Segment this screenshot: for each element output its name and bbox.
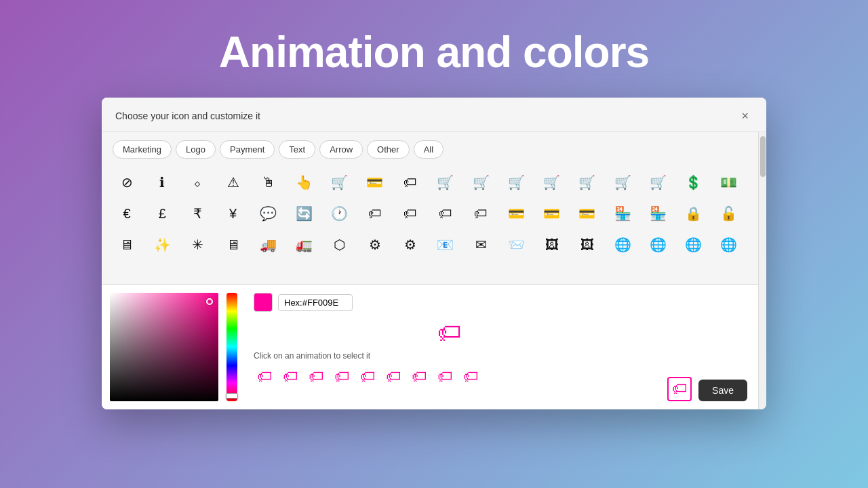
color-picker-area bbox=[102, 285, 243, 409]
close-button[interactable]: × bbox=[737, 108, 753, 123]
save-button[interactable]: Save bbox=[698, 380, 747, 401]
icon-cell[interactable]: ⚙ bbox=[396, 230, 425, 259]
icon-cell[interactable]: 💳 bbox=[361, 168, 389, 197]
icon-cell[interactable]: 🖼 bbox=[538, 230, 566, 259]
tab-payment[interactable]: Payment bbox=[220, 140, 275, 159]
icon-cell[interactable]: 🔄 bbox=[290, 199, 318, 228]
anim-icon-9[interactable]: 🏷 bbox=[460, 366, 481, 388]
anim-icon-1[interactable]: 🏷 bbox=[254, 366, 275, 388]
click-hint: Click on an animation to select it bbox=[254, 351, 646, 361]
icon-cell[interactable]: 🏷 bbox=[396, 199, 425, 228]
icon-cell[interactable]: ⚙ bbox=[361, 230, 389, 259]
icon-cell[interactable]: € bbox=[113, 199, 141, 228]
hex-input[interactable] bbox=[278, 294, 353, 311]
icon-cell[interactable]: 🌐 bbox=[644, 230, 672, 259]
icon-cell[interactable]: 💳 bbox=[573, 199, 601, 228]
color-canvas-selector bbox=[206, 298, 213, 305]
icon-cell[interactable]: 🔓 bbox=[715, 199, 743, 228]
icon-cell[interactable]: 🚚 bbox=[254, 230, 283, 259]
icon-cell[interactable]: 💬 bbox=[254, 199, 283, 228]
icon-cell[interactable]: 🏪 bbox=[608, 199, 637, 228]
modal-left: Marketing Logo Payment Text Arrow Other … bbox=[102, 132, 758, 409]
icon-cell[interactable]: ¥ bbox=[219, 199, 248, 228]
tabs-section: Marketing Logo Payment Text Arrow Other … bbox=[102, 132, 758, 164]
icon-cell[interactable]: 🔒 bbox=[679, 199, 708, 228]
icon-cell[interactable]: 📨 bbox=[502, 230, 530, 259]
tab-logo[interactable]: Logo bbox=[176, 140, 216, 159]
icon-cell[interactable]: 💳 bbox=[502, 199, 530, 228]
icon-cell[interactable]: 🛒 bbox=[608, 168, 637, 197]
icon-cell[interactable]: 🌐 bbox=[679, 230, 708, 259]
bottom-panel: 🏷 Click on an animation to select it 🏷 🏷… bbox=[102, 284, 758, 409]
icon-cell[interactable]: 🖥 bbox=[113, 230, 141, 259]
icon-cell[interactable]: 📧 bbox=[431, 230, 460, 259]
modal-scrollbar-thumb bbox=[760, 136, 766, 177]
icons-scroll-area[interactable]: ⊘ ℹ ⬦ ⚠ 🖱 👆 🛒 💳 🏷 🛒 🛒 🛒 🛒 🛒 bbox=[102, 164, 758, 284]
hex-row bbox=[254, 293, 646, 312]
icon-cell[interactable]: 🏪 bbox=[644, 199, 672, 228]
tab-marketing[interactable]: Marketing bbox=[113, 140, 172, 159]
anim-icon-4[interactable]: 🏷 bbox=[331, 366, 353, 388]
icon-cell[interactable]: 🏷 bbox=[467, 199, 495, 228]
tab-text[interactable]: Text bbox=[279, 140, 315, 159]
icon-cell[interactable]: 🛒 bbox=[325, 168, 353, 197]
modal-scrollbar[interactable] bbox=[758, 132, 766, 409]
modal-overlay: Choose your icon and customize it × Mark… bbox=[102, 98, 766, 409]
icon-cell[interactable]: ✳ bbox=[183, 230, 212, 259]
selected-anim-icon[interactable]: 🏷 bbox=[667, 377, 692, 401]
anim-icon-3[interactable]: 🏷 bbox=[305, 366, 327, 388]
icon-cell[interactable]: 🖥 bbox=[219, 230, 248, 259]
icon-cell[interactable]: 🛒 bbox=[502, 168, 530, 197]
tab-all[interactable]: All bbox=[414, 140, 443, 159]
animation-grid: 🏷 🏷 🏷 🏷 🏷 🏷 🏷 🏷 🏷 bbox=[254, 366, 646, 388]
icon-cell[interactable]: 🕐 bbox=[325, 199, 353, 228]
preview-icon-large: 🏷 bbox=[254, 319, 646, 347]
hue-slider[interactable] bbox=[226, 293, 237, 401]
tab-arrow[interactable]: Arrow bbox=[319, 140, 363, 159]
bottom-right-actions: 🏷 Save bbox=[656, 285, 758, 409]
icon-cell[interactable]: 🏷 bbox=[361, 199, 389, 228]
icon-cell[interactable]: 👆 bbox=[290, 168, 318, 197]
modal-body: Marketing Logo Payment Text Arrow Other … bbox=[102, 132, 766, 409]
anim-icon-5[interactable]: 🏷 bbox=[357, 366, 378, 388]
icon-cell[interactable]: £ bbox=[148, 199, 176, 228]
icon-cell[interactable]: ⬦ bbox=[183, 168, 212, 197]
hue-slider-thumb bbox=[226, 393, 238, 399]
icon-cell[interactable]: 🖱 bbox=[254, 168, 283, 197]
icon-cell[interactable]: 💵 bbox=[715, 168, 743, 197]
icon-cell[interactable]: 🛒 bbox=[467, 168, 495, 197]
icon-cell[interactable]: 💲 bbox=[679, 168, 708, 197]
icon-cell[interactable]: ⊘ bbox=[113, 168, 141, 197]
icon-cell[interactable]: ✉ bbox=[467, 230, 495, 259]
icon-cell[interactable]: 🛒 bbox=[431, 168, 460, 197]
icon-cell[interactable]: 🏷 bbox=[431, 199, 460, 228]
icons-grid: ⊘ ℹ ⬦ ⚠ 🖱 👆 🛒 💳 🏷 🛒 🛒 🛒 🛒 🛒 bbox=[113, 168, 747, 259]
modal: Choose your icon and customize it × Mark… bbox=[102, 98, 766, 409]
icon-cell[interactable]: ⚠ bbox=[219, 168, 248, 197]
icon-cell[interactable]: 🛒 bbox=[644, 168, 672, 197]
color-canvas[interactable] bbox=[110, 293, 218, 401]
modal-title: Choose your icon and customize it bbox=[115, 110, 260, 121]
icon-cell[interactable]: 🚛 bbox=[290, 230, 318, 259]
icon-cell[interactable]: ₹ bbox=[183, 199, 212, 228]
color-slider-container bbox=[226, 293, 237, 401]
icon-cell[interactable]: 🌐 bbox=[715, 230, 743, 259]
icon-cell[interactable]: 🌐 bbox=[608, 230, 637, 259]
animation-area: 🏷 Click on an animation to select it 🏷 🏷… bbox=[243, 285, 656, 409]
anim-icon-2[interactable]: 🏷 bbox=[279, 366, 301, 388]
icon-cell[interactable]: 🛒 bbox=[573, 168, 601, 197]
icon-cell[interactable]: 💳 bbox=[538, 199, 566, 228]
icon-cell[interactable]: ✨ bbox=[148, 230, 176, 259]
icon-cell[interactable]: 🖼 bbox=[573, 230, 601, 259]
icon-cell[interactable]: ⬡ bbox=[325, 230, 353, 259]
icon-cell[interactable]: ℹ bbox=[148, 168, 176, 197]
icon-cell[interactable]: 🛒 bbox=[538, 168, 566, 197]
anim-icon-7[interactable]: 🏷 bbox=[408, 366, 430, 388]
modal-header: Choose your icon and customize it × bbox=[102, 98, 766, 132]
color-swatch[interactable] bbox=[254, 293, 273, 312]
anim-icon-6[interactable]: 🏷 bbox=[382, 366, 404, 388]
icon-cell[interactable]: 🏷 bbox=[396, 168, 425, 197]
tab-other[interactable]: Other bbox=[367, 140, 410, 159]
anim-icon-8[interactable]: 🏷 bbox=[434, 366, 456, 388]
page-title: Animation and colors bbox=[219, 27, 649, 77]
